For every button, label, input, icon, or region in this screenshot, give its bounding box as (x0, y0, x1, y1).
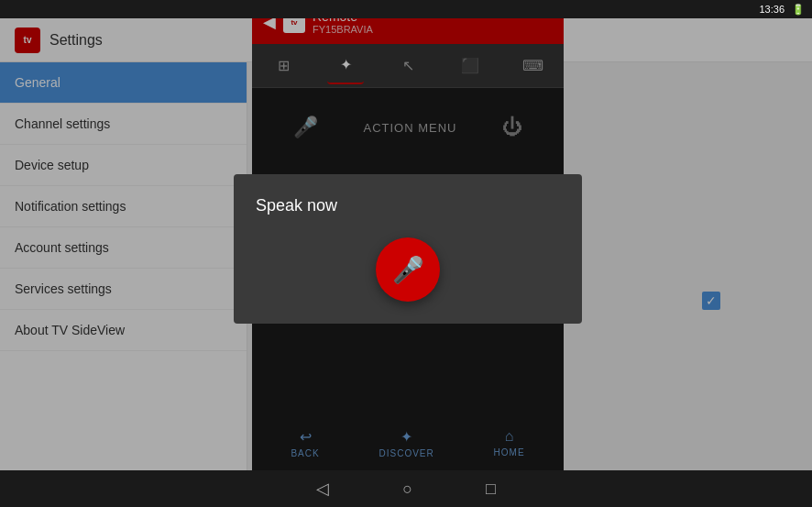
navigation-bar: ◁ ○ □ (0, 470, 812, 507)
nav-home-button[interactable]: ○ (402, 479, 412, 499)
speak-title: Speak now (256, 196, 337, 215)
nav-recent-button[interactable]: □ (486, 479, 496, 499)
battery-icon: 🔋 (792, 4, 805, 16)
status-bar: 13:36 🔋 (0, 0, 812, 18)
speak-modal: Speak now 🎤 (234, 174, 582, 324)
speak-mic-button[interactable]: 🎤 (376, 237, 440, 302)
nav-back-button[interactable]: ◁ (316, 479, 329, 499)
status-time: 13:36 (759, 4, 785, 15)
speak-mic-icon: 🎤 (392, 255, 424, 285)
